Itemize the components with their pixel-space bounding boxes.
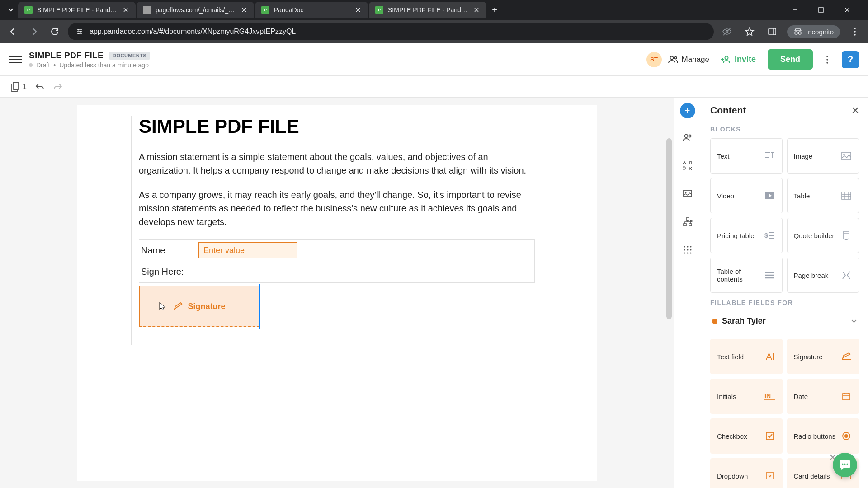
pages-button[interactable]: 1: [11, 82, 27, 92]
document-page: SIMPLE PDF FILE A mission statement is a…: [77, 105, 597, 481]
canvas-scrollbar[interactable]: [666, 138, 672, 319]
tab-close-button[interactable]: [122, 6, 129, 14]
field-radio[interactable]: Radio buttons: [787, 418, 859, 454]
block-image[interactable]: Image: [787, 138, 859, 174]
manage-button[interactable]: Manage: [668, 55, 709, 64]
eye-off-button[interactable]: [719, 24, 735, 39]
svg-text:IN: IN: [764, 392, 771, 399]
close-icon: [242, 8, 246, 12]
svg-point-33: [684, 252, 685, 253]
bookmark-button[interactable]: [742, 24, 757, 39]
nav-forward-button[interactable]: [26, 24, 42, 39]
svg-point-31: [687, 249, 688, 250]
star-icon: [745, 27, 755, 37]
field-dropdown[interactable]: Dropdown: [710, 458, 783, 488]
site-settings-icon[interactable]: [75, 27, 84, 36]
sidepanel-button[interactable]: [764, 24, 780, 39]
browser-tab-active[interactable]: P SIMPLE PDF FILE - PandaDoc: [369, 2, 486, 18]
help-button[interactable]: ?: [842, 51, 859, 68]
video-icon: [764, 190, 776, 202]
browser-tab[interactable]: P PandaDoc: [255, 2, 368, 18]
block-table[interactable]: Table: [787, 178, 859, 213]
browser-menu-button[interactable]: [847, 24, 863, 39]
undo-button[interactable]: [35, 83, 45, 91]
svg-point-22: [685, 192, 686, 193]
block-page-break[interactable]: Page break: [787, 258, 859, 293]
add-content-button[interactable]: +: [680, 103, 695, 118]
recipient-select[interactable]: Sarah Tyler: [710, 312, 859, 333]
doc-paragraph[interactable]: As a company grows, it may reach its ear…: [139, 188, 535, 229]
signature-pen-icon: [173, 302, 183, 310]
window-minimize-button[interactable]: [786, 3, 804, 17]
svg-point-2: [80, 31, 82, 33]
close-icon: [844, 7, 850, 13]
nav-reload-button[interactable]: [47, 24, 62, 39]
workflow-rail-button[interactable]: [679, 213, 696, 230]
incognito-badge[interactable]: Incognito: [787, 25, 840, 38]
redo-button[interactable]: [53, 83, 63, 91]
variables-rail-button[interactable]: [679, 157, 696, 174]
chevron-down-icon: [8, 7, 14, 13]
close-icon: [123, 8, 128, 12]
new-tab-button[interactable]: +: [487, 3, 502, 17]
svg-point-48: [842, 464, 844, 465]
app-header: SIMPLE PDF FILE DOCUMENTS Draft • Update…: [0, 43, 868, 76]
form-row-sign: Sign Here:: [139, 261, 535, 283]
doc-heading[interactable]: SIMPLE PDF FILE: [139, 116, 535, 137]
signature-field-label: Signature: [188, 302, 225, 311]
block-pricing-table[interactable]: Pricing table$: [710, 218, 783, 253]
address-bar: app.pandadoc.com/a/#/documents/XNpzmyuRG…: [0, 20, 868, 43]
recipients-rail-button[interactable]: [679, 129, 696, 146]
design-rail-button[interactable]: [679, 185, 696, 202]
redo-icon: [53, 83, 63, 91]
more-menu-button[interactable]: [819, 52, 835, 68]
browser-tab-bar: P SIMPLE PDF FILE - PandaDoc pageflows.c…: [0, 0, 868, 20]
svg-rect-43: [766, 432, 774, 440]
document-canvas[interactable]: SIMPLE PDF FILE A mission statement is a…: [0, 98, 674, 488]
svg-point-14: [725, 56, 728, 59]
user-avatar[interactable]: ST: [646, 52, 662, 67]
field-initials[interactable]: InitialsIN: [710, 379, 783, 414]
nav-back-button[interactable]: [5, 24, 21, 39]
window-close-button[interactable]: [838, 3, 856, 17]
name-text-field[interactable]: Enter value: [198, 242, 297, 258]
kebab-icon: [826, 56, 828, 64]
cursor-icon: [159, 301, 167, 311]
status-dot-icon: [29, 63, 33, 67]
svg-point-29: [690, 246, 691, 247]
tab-search-button[interactable]: [4, 3, 18, 17]
field-date[interactable]: Date: [787, 379, 859, 414]
signature-field-dragging[interactable]: Signature: [139, 286, 260, 327]
name-label: Name:: [139, 245, 198, 256]
tab-close-button[interactable]: [354, 6, 362, 14]
browser-tab[interactable]: P SIMPLE PDF FILE - PandaDoc: [18, 2, 136, 18]
invite-button[interactable]: Invite: [716, 55, 761, 64]
field-signature[interactable]: Signature: [787, 339, 859, 374]
main-menu-button[interactable]: [9, 53, 22, 66]
chat-widget-button[interactable]: [833, 453, 857, 477]
block-toc[interactable]: Table of contents: [710, 258, 783, 293]
favicon-icon: [143, 6, 151, 14]
manage-label: Manage: [682, 55, 709, 64]
block-quote-builder[interactable]: Quote builder: [787, 218, 859, 253]
svg-point-12: [670, 56, 673, 59]
url-input[interactable]: app.pandadoc.com/a/#/documents/XNpzmyuRG…: [68, 23, 714, 40]
field-checkbox[interactable]: Checkbox: [710, 418, 783, 454]
tab-close-button[interactable]: [241, 6, 248, 14]
browser-tab[interactable]: pageflows.com/_/emails/_/7fb5: [137, 2, 254, 18]
person-plus-icon: [721, 56, 731, 64]
send-button[interactable]: Send: [768, 49, 813, 70]
doc-paragraph[interactable]: A mission statement is a simple statemen…: [139, 150, 535, 177]
field-text[interactable]: Text field: [710, 339, 783, 374]
text-icon: [764, 150, 776, 162]
favicon-icon: P: [24, 6, 33, 14]
svg-point-15: [826, 56, 828, 57]
document-title[interactable]: SIMPLE PDF FILE: [29, 51, 104, 61]
block-text[interactable]: Text: [710, 138, 783, 174]
tab-close-button[interactable]: [473, 6, 480, 14]
svg-point-32: [690, 249, 691, 250]
block-video[interactable]: Video: [710, 178, 783, 213]
window-maximize-button[interactable]: [812, 3, 830, 17]
panel-close-button[interactable]: [852, 107, 859, 114]
apps-rail-button[interactable]: [679, 241, 696, 258]
